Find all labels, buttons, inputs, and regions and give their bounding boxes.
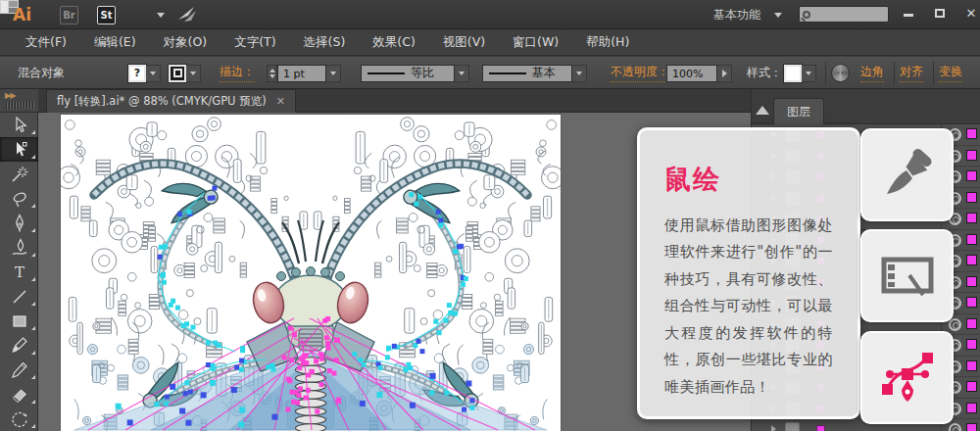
fill-dropdown-button[interactable] [146, 65, 161, 82]
close-button[interactable]: ✕ [960, 6, 980, 22]
eraser-tool-icon [10, 385, 29, 405]
tool-eraser[interactable] [0, 382, 38, 407]
paintbrush-card[interactable] [860, 128, 954, 221]
tool-pen[interactable] [0, 211, 38, 235]
selection-square[interactable] [966, 339, 977, 350]
menu-object[interactable]: 对象(O) [150, 30, 221, 55]
disclosure-icon[interactable] [771, 425, 776, 431]
selection-square[interactable] [966, 318, 977, 329]
opacity-input[interactable]: 100% [666, 65, 717, 82]
transform-link[interactable]: 变换 [939, 64, 962, 82]
corners-link[interactable]: 边角 [860, 64, 884, 82]
search-input[interactable] [799, 6, 889, 23]
tool-line-segment[interactable] [0, 284, 38, 309]
stroke-panel-link[interactable]: 描边： [220, 64, 255, 82]
menu-file[interactable]: 文件(F) [12, 30, 80, 55]
bezier-pen-icon [878, 349, 937, 407]
menu-edit[interactable]: 编辑(E) [80, 30, 150, 55]
tool-selection[interactable] [0, 113, 38, 137]
collapse-panel-icon[interactable] [756, 106, 769, 115]
stroke-weight-input[interactable]: 1 pt [277, 65, 326, 82]
arrange-documents-caret-icon[interactable] [157, 13, 165, 18]
workspace-switcher[interactable]: 基本功能 [713, 7, 760, 24]
tool-paintbrush[interactable] [0, 333, 38, 358]
bezier-pen-card[interactable] [860, 331, 954, 424]
stroke-weight-dropdown[interactable] [326, 65, 341, 82]
target-icon[interactable] [949, 423, 961, 431]
document-tab[interactable]: fly [转换].ai* @ 88% (CMYK/GPU 预览) ✕ [46, 89, 296, 113]
tools-grip-icon [6, 102, 34, 110]
recolor-artwork-icon[interactable] [831, 64, 850, 82]
layer-thumbnail[interactable] [785, 422, 800, 431]
style-label: 样式： [747, 65, 782, 81]
width-profile-value: 等比 [411, 65, 434, 81]
drawing-tablet-icon [878, 248, 937, 305]
layers-panel-header: 图层 [752, 89, 980, 124]
type-tool-icon: T [10, 263, 29, 282]
svg-text:T: T [14, 263, 24, 281]
tool-magic-wand[interactable] [0, 162, 38, 186]
tool-pencil[interactable] [0, 358, 38, 382]
stroke-dropdown-button[interactable] [186, 65, 201, 82]
collapse-tools-icon[interactable]: ▶▶ [5, 91, 15, 100]
selection-square[interactable] [966, 360, 977, 371]
maximize-button[interactable] [929, 6, 951, 22]
tool-type[interactable]: T [0, 260, 38, 284]
selection-square[interactable] [966, 192, 977, 203]
selection-square[interactable] [966, 381, 977, 392]
workspace-caret-icon[interactable] [774, 13, 782, 18]
mouse-drawing-info-card: 鼠绘 使用鼠标借助图形图像处理软件来进行"创作"的一种技巧，具有可修改性、组合性… [637, 127, 860, 419]
document-tab-bar: fly [转换].ai* @ 88% (CMYK/GPU 预览) ✕ [38, 89, 751, 113]
selection-square[interactable] [966, 276, 977, 287]
line-tool-icon [10, 287, 29, 307]
target-icon[interactable] [949, 318, 961, 331]
pen-tool-icon [10, 214, 29, 233]
menu-effect[interactable]: 效果(C) [359, 30, 428, 55]
document-title: fly [转换].ai* @ 88% (CMYK/GPU 预览) [57, 94, 267, 109]
search-icon [803, 11, 810, 19]
style-dropdown[interactable] [802, 65, 816, 82]
align-link[interactable]: 对齐 [900, 64, 923, 82]
stroke-weight-stepper[interactable] [267, 65, 277, 82]
bridge-button[interactable]: Br [60, 6, 78, 24]
stroke-swatch[interactable] [169, 65, 186, 82]
opacity-panel-link[interactable]: 不透明度： [611, 64, 669, 82]
selection-square[interactable] [966, 423, 977, 431]
share-rocket-icon[interactable] [176, 5, 198, 24]
selection-square[interactable] [966, 213, 977, 223]
menu-view[interactable]: 视图(V) [429, 30, 499, 55]
anchor-pen-tool-icon [10, 238, 29, 258]
tools-panel-header[interactable]: ▶▶ [0, 89, 38, 113]
menu-type[interactable]: 文字(T) [220, 30, 289, 55]
layers-tab[interactable]: 图层 [773, 98, 824, 124]
selection-square[interactable] [966, 403, 977, 413]
stock-button[interactable]: St [97, 6, 116, 24]
style-swatch[interactable] [784, 65, 802, 82]
selection-square[interactable] [966, 170, 977, 181]
tool-anchor-pen[interactable] [0, 235, 38, 260]
mechanical-insect-artwork[interactable] [61, 115, 561, 431]
minimize-button[interactable] [898, 6, 919, 22]
drawing-tablet-card[interactable] [860, 229, 954, 322]
tool-lasso[interactable] [0, 186, 38, 211]
selection-square[interactable] [966, 255, 977, 265]
tool-rectangle[interactable] [0, 309, 38, 333]
selection-square[interactable] [966, 297, 977, 308]
tool-rotate[interactable] [0, 407, 38, 431]
width-profile-select[interactable]: 等比 [361, 65, 455, 82]
tool-direct-selection[interactable] [0, 137, 38, 162]
selection-square[interactable] [966, 128, 977, 139]
width-profile-dropdown[interactable] [455, 65, 469, 82]
selection-square[interactable] [966, 150, 977, 161]
menu-window[interactable]: 窗口(W) [499, 30, 572, 55]
menu-help[interactable]: 帮助(H) [572, 30, 643, 55]
tab-close-icon[interactable]: ✕ [276, 95, 285, 108]
selection-square[interactable] [966, 234, 977, 245]
fill-swatch[interactable]: ? [128, 65, 146, 82]
artboard[interactable] [61, 115, 561, 431]
opacity-dropdown[interactable] [717, 65, 732, 82]
card-body: 使用鼠标借助图形图像处理软件来进行"创作"的一种技巧，具有可修改性、组合性与可动… [664, 213, 833, 401]
menu-select[interactable]: 选择(S) [290, 30, 360, 55]
magic-wand-tool-icon [10, 165, 29, 184]
tools-panel: T [0, 113, 38, 431]
